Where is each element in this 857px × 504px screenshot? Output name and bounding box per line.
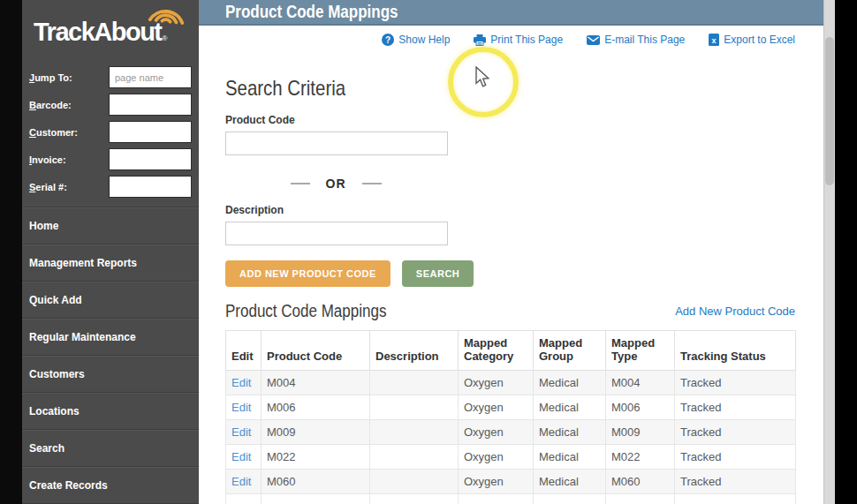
action-link-label: Print This Page (490, 34, 563, 46)
or-dash-left (291, 183, 310, 184)
mapped-group-cell: Medical (534, 445, 606, 470)
content-area: Search Criteria Product Code OR Descript… (199, 76, 823, 504)
sidebar-input-serial[interactable] (109, 176, 192, 198)
app-window: TrackAbout® Jump To:Barcode:Customer:Inv… (0, 0, 857, 504)
page-header-bar: Product Code Mappings (199, 0, 823, 26)
sidebar-input-customer[interactable] (109, 121, 192, 143)
product-code-label: Product Code (225, 114, 795, 126)
action-link-e-mail-this-page[interactable]: E-mail This Page (587, 34, 685, 46)
description-cell (370, 470, 459, 494)
action-link-show-help[interactable]: ?Show Help (382, 34, 450, 46)
empty-cell (262, 494, 370, 504)
mapped-type-cell: M009 (606, 420, 675, 445)
product-code-cell: M004 (262, 371, 370, 395)
column-header-description: Description (370, 331, 459, 371)
mapped-category-cell: Oxygen (459, 470, 534, 494)
svg-text:?: ? (385, 35, 391, 45)
mapped-group-cell: Medical (534, 420, 606, 445)
left-letterbox (0, 0, 22, 504)
tracking-status-cell: Tracked (675, 445, 796, 470)
sidebar-field-label: Serial #: (29, 182, 109, 192)
column-header-product-code: Product Code (262, 331, 370, 371)
search-button[interactable]: SEARCH (402, 260, 474, 287)
table-header-row: EditProduct CodeDescriptionMapped Catego… (226, 331, 796, 371)
product-code-cell: M022 (262, 445, 370, 470)
edit-link[interactable]: Edit (231, 401, 251, 414)
search-criteria-heading: Search Criteria (225, 76, 345, 101)
table-row: EditM006OxygenMedicalM006Tracked (226, 395, 796, 420)
sidebar-field-row: Jump To: (29, 65, 192, 89)
description-cell (370, 445, 459, 470)
action-link-label: E-mail This Page (604, 34, 685, 46)
button-row: ADD NEW PRODUCT CODE SEARCH (225, 260, 795, 287)
edit-link[interactable]: Edit (231, 475, 251, 488)
product-code-input[interactable] (225, 132, 448, 155)
sidebar-item-home[interactable]: Home (22, 207, 199, 244)
empty-cell (606, 494, 675, 504)
mapped-type-cell: M060 (606, 470, 675, 494)
sidebar-input-barcode[interactable] (109, 94, 192, 116)
mapped-category-cell: Oxygen (459, 371, 534, 395)
actions-bar: ?Show HelpPrint This PageE-mail This Pag… (199, 26, 823, 46)
action-link-export-to-excel[interactable]: xExport to Excel (709, 34, 795, 46)
mappings-heading: Product Code Mappings (225, 301, 386, 321)
vertical-scrollbar[interactable] (823, 0, 836, 504)
table-row: EditM060OxygenMedicalM060Tracked (226, 470, 796, 494)
sidebar-item-customers[interactable]: Customers (22, 356, 199, 393)
column-header-tracking-status: Tracking Status (675, 331, 796, 371)
edit-link[interactable]: Edit (231, 425, 251, 439)
empty-cell (675, 494, 796, 504)
edit-link[interactable]: Edit (231, 450, 251, 463)
product-code-cell: M060 (262, 470, 370, 494)
sidebar-item-quick-add[interactable]: Quick Add (22, 282, 199, 319)
action-link-label: Export to Excel (724, 34, 795, 46)
add-new-product-code-button[interactable]: ADD NEW PRODUCT CODE (225, 260, 391, 287)
sidebar-field-row: Barcode: (29, 93, 192, 117)
description-cell (370, 420, 459, 445)
sidebar-item-management-reports[interactable]: Management Reports (22, 244, 199, 282)
empty-cell (534, 494, 606, 504)
description-cell (370, 395, 459, 420)
sidebar-field-row: Invoice: (29, 147, 192, 171)
sidebar-field-row: Serial #: (29, 175, 192, 199)
table-row: EditM004OxygenMedicalM004Tracked (226, 371, 796, 395)
or-label: OR (326, 177, 346, 191)
tracking-status-cell: Tracked (675, 470, 796, 494)
description-input[interactable] (225, 222, 448, 245)
main-content: Product Code Mappings ?Show HelpPrint Th… (199, 0, 823, 504)
add-new-product-code-link[interactable]: Add New Product Code (675, 305, 795, 318)
mapped-type-cell: M004 (606, 371, 675, 395)
sidebar-field-label: Customer: (29, 127, 109, 138)
sidebar: TrackAbout® Jump To:Barcode:Customer:Inv… (22, 0, 199, 504)
scrollbar-thumb[interactable] (825, 37, 834, 185)
mapped-category-cell: Oxygen (459, 445, 534, 470)
table-row: EditM022OxygenMedicalM022Tracked (226, 445, 796, 470)
registered-mark: ® (163, 34, 168, 42)
trackabout-logo: TrackAbout® (22, 0, 199, 62)
column-header-mapped-type: Mapped Type (606, 331, 675, 371)
sidebar-input-jumpto[interactable] (109, 66, 192, 88)
sidebar-item-search[interactable]: Search (22, 430, 199, 467)
mapped-category-cell: Oxygen (459, 420, 534, 445)
mapped-type-cell: M006 (606, 395, 675, 420)
sidebar-nav: HomeManagement ReportsQuick AddRegular M… (22, 207, 199, 504)
help-icon: ? (382, 34, 394, 46)
table-row-partial (226, 494, 796, 504)
sidebar-field-row: Customer: (29, 120, 192, 144)
sidebar-item-locations[interactable]: Locations (22, 393, 199, 430)
column-header-edit: Edit (226, 331, 262, 371)
action-link-print-this-page[interactable]: Print This Page (474, 34, 563, 46)
sidebar-item-regular-maintenance[interactable]: Regular Maintenance (22, 319, 199, 356)
mapped-type-cell: M022 (606, 445, 675, 470)
wifi-arcs-icon (146, 1, 188, 26)
email-icon (587, 35, 600, 45)
product-code-cell: M009 (262, 420, 370, 445)
sidebar-form: Jump To:Barcode:Customer:Invoice:Serial … (22, 62, 199, 199)
edit-link[interactable]: Edit (231, 376, 251, 389)
or-dash-right (362, 183, 382, 184)
sidebar-item-create-records[interactable]: Create Records (22, 467, 199, 504)
or-divider: OR (225, 177, 446, 191)
print-icon (474, 34, 486, 46)
table-body: EditM004OxygenMedicalM004TrackedEditM006… (226, 371, 796, 504)
sidebar-input-invoice[interactable] (109, 148, 192, 170)
